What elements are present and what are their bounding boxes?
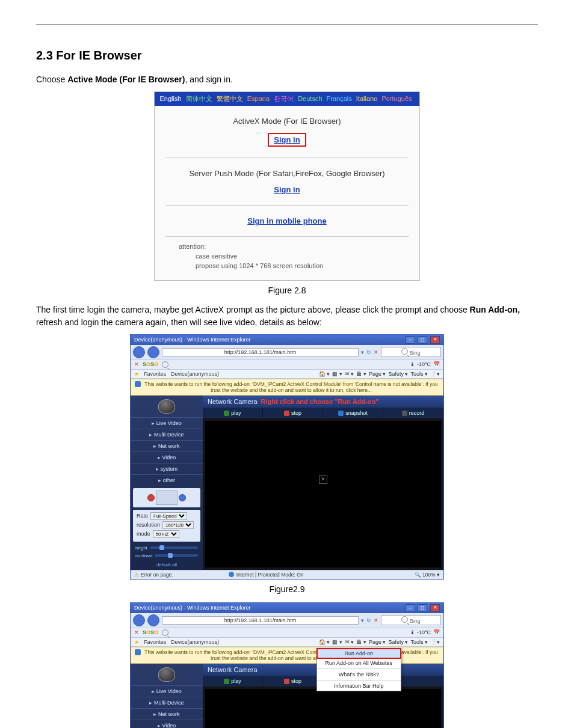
para2-bold: Run Add-on, (470, 305, 520, 314)
favorites-star-icon[interactable]: ★ (134, 639, 139, 645)
snapshot-button[interactable]: snapshot (323, 408, 383, 418)
mail-icon[interactable]: ✉ ▾ (345, 371, 354, 377)
page-menu[interactable]: Page ▾ (369, 371, 386, 377)
page-menu[interactable]: Page ▾ (369, 639, 386, 645)
top-rule (36, 24, 538, 25)
home-icon[interactable]: 🏠 ▾ (319, 639, 330, 645)
play-icon (224, 411, 229, 416)
signin-activex-link[interactable]: Sign in (274, 135, 300, 144)
tools-menu[interactable]: Tools ▾ (410, 639, 428, 645)
window-titlebar: Device(anonymous) - Windows Internet Exp… (131, 603, 443, 613)
stop-icon (284, 411, 289, 416)
attention-block: attention: case sensitive propose using … (155, 237, 419, 280)
mail-icon[interactable]: ✉ ▾ (345, 639, 354, 645)
feeds-icon[interactable]: ▦ ▾ (332, 639, 342, 645)
help-icon[interactable]: ❔▾ (430, 639, 440, 645)
print-icon[interactable]: 🖶 ▾ (356, 639, 366, 645)
back-button[interactable] (133, 346, 145, 358)
lang-simplified-chinese[interactable]: 简体中文 (186, 95, 212, 102)
address-bar[interactable]: http://192.168.1.181/main.htm (162, 616, 359, 625)
forward-button[interactable] (147, 346, 159, 358)
snapshot-icon (338, 411, 344, 416)
sidebar-item-network[interactable]: Net work (131, 440, 203, 451)
search-box[interactable]: Bing (381, 615, 441, 625)
rate-select[interactable]: Full-Speed (150, 512, 187, 520)
address-bar[interactable]: http://192.168.1.181/main.htm (162, 348, 359, 356)
stop-button[interactable]: stop (263, 676, 323, 687)
intro-paragraph: Choose Active Mode (For IE Browser), and… (36, 73, 538, 85)
activex-info-bar[interactable]: This website wants to run the following … (131, 379, 443, 396)
play-button[interactable]: play (203, 676, 263, 687)
search-icon (401, 616, 408, 623)
run-addon-annotation: Right click and choose "Run Add-on" (261, 398, 379, 405)
signin-mobile-link[interactable]: Sign in mobile phone (247, 216, 326, 225)
camera-icon (131, 664, 203, 685)
sidebar-item-video[interactable]: Video (131, 451, 203, 463)
network-camera-title: Network Camera (208, 666, 258, 673)
safety-menu[interactable]: Safety ▾ (388, 639, 408, 645)
main-header: Network Camera Right click and choose "R… (203, 396, 443, 408)
feeds-icon[interactable]: ▦ ▾ (332, 371, 342, 377)
ctx-info-bar-help[interactable]: Information Bar Help (317, 681, 401, 691)
safety-menu[interactable]: Safety ▾ (388, 371, 408, 377)
play-button[interactable]: play (203, 408, 263, 418)
tools-menu[interactable]: Tools ▾ (410, 371, 428, 377)
ptz-pad[interactable] (156, 491, 177, 505)
window-title: Device(anonymous) - Windows Internet Exp… (134, 605, 251, 611)
help-icon[interactable]: ❔▾ (430, 371, 440, 377)
lang-french[interactable]: Français (327, 95, 352, 102)
maximize-button[interactable]: ◻ (418, 336, 427, 344)
camera-icon (131, 396, 203, 417)
close-button[interactable]: ✕ (430, 604, 440, 612)
browser-tab[interactable]: Device(anonymous) (171, 639, 219, 645)
print-icon[interactable]: 🖶 ▾ (356, 371, 366, 377)
search-box[interactable]: Bing (381, 347, 441, 357)
zoom-level[interactable]: 🔍 100% ▾ (415, 572, 440, 578)
rate-resolution-control: RateFull-Speed resolution160*120 mode50 … (133, 510, 200, 542)
minimize-button[interactable]: ‒ (406, 336, 415, 344)
sidebar-item-multi[interactable]: Multi-Device (131, 429, 203, 440)
record-icon (402, 411, 407, 416)
paragraph-2: The first time login the camera, maybe g… (36, 304, 538, 328)
sidebar-item-network[interactable]: Net work (131, 708, 203, 720)
lang-korean[interactable]: 한국어 (274, 95, 294, 102)
contrast-slider[interactable]: contrast (131, 552, 203, 560)
ptz-right-dot[interactable] (179, 494, 186, 501)
ptz-left-dot[interactable] (147, 494, 155, 501)
sidebar-item-other[interactable]: other (131, 474, 203, 486)
bright-slider[interactable]: bright (131, 544, 203, 552)
favorites-star-icon[interactable]: ★ (134, 371, 139, 377)
resolution-select[interactable]: 160*120 (162, 521, 194, 529)
lang-portuguese[interactable]: Português (381, 95, 412, 102)
lang-italian[interactable]: Italiano (356, 95, 377, 102)
signin-serverpush-link[interactable]: Sign in (274, 185, 300, 194)
maximize-button[interactable]: ◻ (418, 604, 427, 612)
browser-tab[interactable]: Device(anonymous) (171, 371, 219, 377)
ctx-run-addon-all[interactable]: Run Add-on on All Websites (317, 658, 401, 668)
default-all-link[interactable]: default all (131, 560, 203, 570)
close-button[interactable]: ✕ (430, 336, 440, 344)
lang-spanish[interactable]: Espana (247, 95, 270, 102)
sidebar-item-video[interactable]: Video (131, 720, 203, 728)
stop-button[interactable]: stop (263, 408, 323, 418)
ie-window-fig30: Device(anonymous) - Windows Internet Exp… (130, 602, 444, 728)
lang-english[interactable]: English (159, 95, 181, 102)
soso-logo: SOSO (143, 361, 158, 367)
record-button[interactable]: record (383, 408, 443, 418)
home-icon[interactable]: 🏠 ▾ (319, 371, 330, 377)
lang-german[interactable]: Deutsch (298, 95, 322, 102)
lang-traditional-chinese[interactable]: 繁體中文 (217, 95, 243, 102)
sidebar-item-multi[interactable]: Multi-Device (131, 697, 203, 708)
minimize-button[interactable]: ‒ (406, 604, 415, 612)
mode-select[interactable]: 50 HZ (153, 530, 179, 538)
attention-line1: case sensitive (196, 252, 395, 260)
ptz-control[interactable] (133, 488, 200, 507)
sidebar-item-live[interactable]: Live Video (131, 417, 203, 429)
sidebar-item-system[interactable]: system (131, 463, 203, 474)
ctx-run-addon[interactable]: Run Add-on (317, 649, 401, 658)
ctx-whats-risk[interactable]: What's the Risk? (317, 670, 401, 679)
sidebar-item-live[interactable]: Live Video (131, 685, 203, 697)
back-button[interactable] (133, 614, 145, 626)
intro-prefix: Choose (36, 75, 67, 84)
forward-button[interactable] (147, 614, 159, 626)
